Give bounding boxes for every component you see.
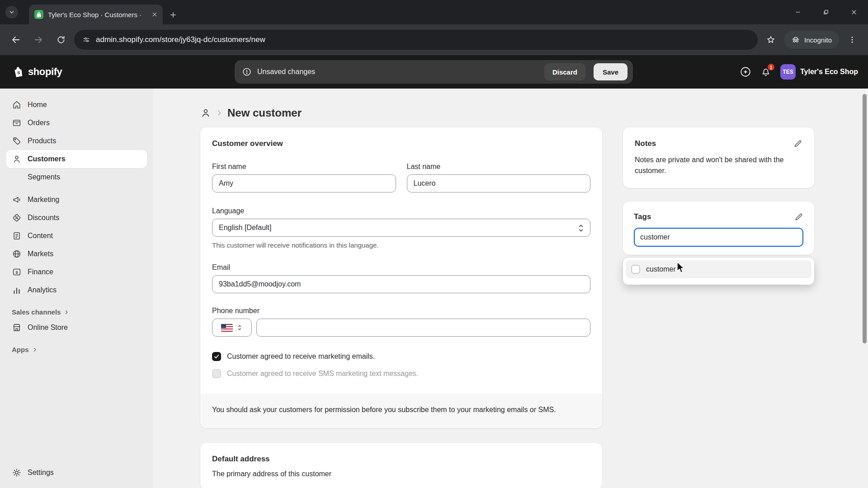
last-name-input[interactable]	[407, 174, 591, 192]
tag-suggestion-label: customer	[646, 265, 676, 273]
sidebar-item-marketing[interactable]: Marketing	[6, 191, 147, 209]
card-title: Default address	[212, 455, 590, 464]
home-icon	[12, 100, 22, 110]
sms-checkbox[interactable]	[212, 369, 221, 378]
breadcrumb: New customer	[200, 107, 814, 119]
content-columns: Customer overview First name Last name	[200, 127, 814, 488]
address-subtitle: The primary address of this customer	[212, 470, 590, 478]
country-code-select[interactable]	[212, 319, 252, 337]
incognito-icon	[791, 35, 800, 44]
minimize-button[interactable]	[784, 0, 812, 24]
maximize-button[interactable]	[812, 0, 840, 24]
phone-field-group: Phone number	[212, 307, 590, 337]
language-value: English [Default]	[219, 224, 272, 232]
page-title: New customer	[227, 107, 302, 119]
discounts-icon	[12, 213, 22, 223]
browser-tab[interactable]: Tyler's Eco Shop · Customers ·	[29, 5, 163, 24]
email-label: Email	[212, 263, 590, 272]
sidebar-item-online-store[interactable]: Online Store	[6, 319, 147, 337]
sidebar-nav: Home Orders Products Customers Segments	[0, 96, 153, 356]
tag-suggestions-popover: customer	[623, 258, 814, 285]
chevron-right-icon	[216, 109, 223, 117]
sidebar-item-label: Customers	[28, 155, 66, 163]
close-window-button[interactable]	[840, 0, 868, 24]
sidebar-item-orders[interactable]: Orders	[6, 114, 147, 132]
save-button[interactable]: Save	[594, 63, 627, 80]
page-scrollbar[interactable]	[861, 89, 868, 488]
language-help-text: This customer will receive notifications…	[212, 241, 590, 249]
sidebar-item-label: Home	[28, 101, 47, 109]
screen: Tyler's Eco Shop · Customers ·	[0, 0, 868, 488]
secondary-column: Notes Notes are private and won't be sha…	[623, 127, 814, 285]
sidebar-item-analytics[interactable]: Analytics	[6, 281, 147, 299]
sidebar-item-products[interactable]: Products	[6, 132, 147, 150]
first-name-input[interactable]	[212, 174, 396, 192]
pencil-icon	[794, 212, 803, 221]
tab-search-button[interactable]	[5, 6, 18, 19]
chevron-down-icon	[9, 9, 15, 15]
sidekick-button[interactable]	[740, 66, 751, 78]
tags-input[interactable]	[634, 228, 803, 247]
tags-card: Tags	[623, 202, 814, 255]
store-name: Tyler's Eco Shop	[800, 68, 858, 76]
pencil-icon	[793, 139, 802, 148]
first-name-field-group: First name	[212, 163, 396, 192]
analytics-icon	[12, 285, 22, 295]
phone-input[interactable]	[256, 319, 590, 337]
store-avatar: TES	[780, 64, 796, 80]
customer-overview-card: Customer overview First name Last name	[200, 127, 602, 428]
notification-badge: 1	[767, 63, 775, 71]
sidebar-item-discounts[interactable]: Discounts	[6, 209, 147, 227]
sidebar-item-label: Orders	[28, 119, 50, 127]
address-bar[interactable]: admin.shopify.com/store/jy63jq-dc/custom…	[74, 30, 758, 50]
discard-button[interactable]: Discard	[544, 63, 585, 80]
sidebar-item-finance[interactable]: $ Finance	[6, 263, 147, 281]
scrollbar-thumb[interactable]	[863, 94, 867, 343]
last-name-field-group: Last name	[407, 163, 591, 192]
apps-header[interactable]: Apps	[6, 346, 147, 353]
default-address-card: Default address The primary address of t…	[200, 443, 602, 488]
plus-icon	[169, 11, 177, 19]
sidebar-item-label: Markets	[28, 250, 53, 258]
tag-suggestion-option[interactable]: customer	[626, 260, 811, 278]
sms-consent-row: Customer agreed to receive SMS marketing…	[212, 369, 590, 378]
edit-tags-button[interactable]	[794, 212, 803, 221]
store-menu[interactable]: TES Tyler's Eco Shop	[780, 64, 858, 80]
tab-close-button[interactable]	[152, 12, 157, 17]
notifications-button[interactable]: 1	[760, 66, 771, 77]
card-title: Notes	[635, 139, 656, 148]
sidebar-item-settings[interactable]: Settings	[6, 464, 147, 482]
tags-card-header: Tags	[634, 212, 803, 221]
reload-button[interactable]	[52, 30, 71, 49]
language-select[interactable]: English [Default]	[212, 219, 590, 237]
browser-toolbar: admin.shopify.com/store/jy63jq-dc/custom…	[0, 24, 868, 55]
edit-notes-button[interactable]	[793, 139, 802, 148]
person-icon[interactable]	[200, 108, 211, 118]
sales-channels-header[interactable]: Sales channels	[6, 308, 147, 316]
check-icon	[213, 353, 220, 360]
marketing-email-checkbox[interactable]	[212, 352, 221, 361]
sidebar-item-content[interactable]: Content	[6, 227, 147, 245]
back-button[interactable]	[6, 30, 25, 49]
sidebar-item-label: Settings	[28, 469, 54, 477]
marketing-email-consent-row: Customer agreed to receive marketing ema…	[212, 352, 590, 361]
shopify-logo[interactable]: S shopify	[12, 66, 62, 78]
forward-button[interactable]	[29, 30, 48, 49]
header-actions: 1 TES Tyler's Eco Shop	[740, 55, 858, 89]
shopify-favicon	[34, 10, 43, 19]
tag-suggestion-checkbox[interactable]	[631, 265, 640, 274]
phone-row	[212, 319, 590, 337]
unsaved-changes-label: Unsaved changes	[257, 68, 315, 76]
new-tab-button[interactable]	[169, 11, 177, 19]
sidebar-item-segments[interactable]: Segments	[6, 168, 147, 186]
arrow-right-icon	[33, 35, 43, 45]
bookmark-button[interactable]	[761, 30, 780, 49]
sidebar-item-label: Marketing	[28, 196, 59, 204]
sidebar-item-markets[interactable]: Markets	[6, 245, 147, 263]
browser-menu-button[interactable]	[843, 30, 862, 49]
shopify-header: S shopify Unsaved changes Discard Save 1…	[0, 55, 868, 89]
email-input[interactable]	[212, 275, 590, 293]
notes-card-header: Notes	[635, 139, 802, 148]
sidebar-item-home[interactable]: Home	[6, 96, 147, 114]
sidebar-item-customers[interactable]: Customers	[6, 150, 147, 168]
